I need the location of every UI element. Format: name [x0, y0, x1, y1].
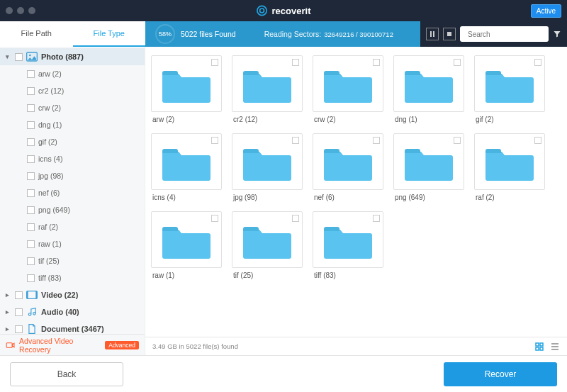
folder-card[interactable] [232, 55, 303, 112]
active-button[interactable]: Active [531, 4, 561, 18]
sidebar-item-label: cr2 (12) [38, 86, 64, 95]
folder-card[interactable] [151, 133, 222, 190]
folder-card[interactable] [393, 133, 464, 190]
checkbox[interactable] [27, 121, 35, 129]
folder-item[interactable]: crw (2) [313, 55, 383, 123]
sidebar-item-audio[interactable]: ▸ Audio (40) [0, 303, 145, 320]
sidebar-item-photo-child[interactable]: gif (2) [0, 133, 145, 150]
chevron-right-icon[interactable]: ▸ [6, 308, 11, 315]
checkbox[interactable] [454, 59, 461, 66]
maximize-icon[interactable] [28, 7, 35, 14]
checkbox[interactable] [15, 325, 23, 333]
folder-item[interactable]: icns (4) [151, 133, 222, 201]
sidebar-item-photo-child[interactable]: png (649) [0, 201, 145, 218]
sidebar-item-label: png (649) [38, 206, 70, 214]
checkbox[interactable] [15, 291, 23, 299]
back-button[interactable]: Back [10, 362, 123, 386]
grid-view-button[interactable] [534, 342, 544, 352]
folder-item[interactable]: raf (2) [474, 133, 545, 201]
sidebar-item-label: raf (2) [38, 223, 58, 231]
folder-card[interactable] [151, 211, 222, 268]
folder-item[interactable]: tiff (83) [313, 211, 383, 279]
folder-item[interactable]: gif (2) [474, 55, 545, 123]
checkbox[interactable] [534, 59, 541, 66]
checkbox[interactable] [27, 155, 35, 163]
checkbox[interactable] [211, 137, 218, 144]
search-box[interactable] [460, 26, 549, 42]
folder-card[interactable] [474, 55, 545, 112]
brand-text: recoverit [272, 6, 311, 16]
sidebar-item-video[interactable]: ▸ Video (22) [0, 286, 145, 303]
sidebar-item-document[interactable]: ▸ Document (3467) [0, 320, 145, 334]
checkbox[interactable] [211, 215, 218, 222]
folder-item[interactable]: cr2 (12) [232, 55, 303, 123]
checkbox[interactable] [373, 137, 380, 144]
folder-card[interactable] [313, 55, 383, 112]
svg-rect-3 [433, 31, 434, 37]
checkbox[interactable] [27, 87, 35, 95]
checkbox[interactable] [27, 274, 35, 282]
checkbox[interactable] [27, 223, 35, 231]
checkbox[interactable] [27, 257, 35, 265]
sidebar-item-photo-child[interactable]: dng (1) [0, 116, 145, 133]
minimize-icon[interactable] [17, 7, 24, 14]
folder-label: png (649) [393, 194, 464, 201]
tab-file-path[interactable]: File Path [0, 21, 73, 47]
sidebar-item-photo-child[interactable]: arw (2) [0, 65, 145, 82]
folder-card[interactable] [313, 211, 383, 268]
checkbox[interactable] [27, 206, 35, 214]
folder-item[interactable]: raw (1) [151, 211, 222, 279]
list-view-button[interactable] [550, 342, 560, 352]
checkbox[interactable] [27, 172, 35, 180]
folder-item[interactable]: png (649) [393, 133, 464, 201]
pause-button[interactable] [426, 28, 439, 40]
tab-file-type[interactable]: File Type [73, 21, 146, 47]
checkbox[interactable] [534, 137, 541, 144]
close-icon[interactable] [6, 7, 13, 14]
folder-card[interactable] [474, 133, 545, 190]
checkbox[interactable] [15, 53, 23, 61]
checkbox[interactable] [373, 215, 380, 222]
checkbox[interactable] [292, 137, 299, 144]
sidebar-item-photo-child[interactable]: raw (1) [0, 235, 145, 252]
sidebar-item-photo-child[interactable]: nef (6) [0, 184, 145, 201]
folder-item[interactable]: nef (6) [313, 133, 383, 201]
chevron-down-icon[interactable]: ▾ [6, 53, 11, 60]
sidebar-item-photo-child[interactable]: cr2 (12) [0, 82, 145, 99]
sidebar-item-photo-child[interactable]: jpg (98) [0, 167, 145, 184]
sidebar-item-photo-child[interactable]: raf (2) [0, 218, 145, 235]
folder-card[interactable] [232, 133, 303, 190]
checkbox[interactable] [454, 137, 461, 144]
checkbox[interactable] [15, 308, 23, 316]
folder-item[interactable]: jpg (98) [232, 133, 303, 201]
recover-button[interactable]: Recover [444, 362, 557, 386]
folder-item[interactable]: tif (25) [232, 211, 303, 279]
sidebar-item-photo-child[interactable]: tif (25) [0, 252, 145, 269]
video-icon [26, 290, 38, 300]
checkbox[interactable] [373, 59, 380, 66]
checkbox[interactable] [292, 215, 299, 222]
folder-item[interactable]: arw (2) [151, 55, 222, 123]
checkbox[interactable] [211, 59, 218, 66]
chevron-right-icon[interactable]: ▸ [6, 325, 11, 332]
sidebar-item-photo-child[interactable]: icns (4) [0, 150, 145, 167]
folder-card[interactable] [151, 55, 222, 112]
stop-button[interactable] [443, 28, 456, 40]
sidebar-item-photo-child[interactable]: crw (2) [0, 99, 145, 116]
folder-card[interactable] [393, 55, 464, 112]
folder-item[interactable]: dng (1) [393, 55, 464, 123]
checkbox[interactable] [292, 59, 299, 66]
checkbox[interactable] [27, 189, 35, 197]
chevron-right-icon[interactable]: ▸ [6, 291, 11, 298]
sidebar-item-photo-child[interactable]: tiff (83) [0, 269, 145, 286]
sidebar-item-photo[interactable]: ▾ Photo (887) [0, 48, 145, 65]
folder-card[interactable] [232, 211, 303, 268]
filter-icon[interactable] [553, 30, 561, 38]
search-input[interactable] [468, 30, 558, 38]
folder-card[interactable] [313, 133, 383, 190]
advanced-video-recovery[interactable]: Advanced Video Recovery Advanced [0, 334, 145, 355]
checkbox[interactable] [27, 240, 35, 248]
checkbox[interactable] [27, 104, 35, 112]
checkbox[interactable] [27, 138, 35, 146]
checkbox[interactable] [27, 70, 35, 78]
